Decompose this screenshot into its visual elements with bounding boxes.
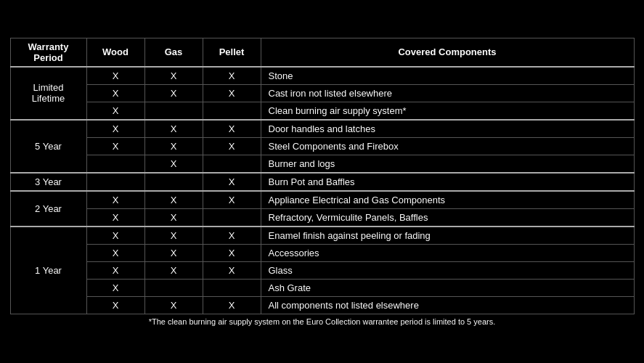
period-cell: 5 Year	[10, 120, 86, 173]
component-cell: Burner and logs	[261, 155, 634, 173]
wood-cell: X	[86, 208, 144, 227]
gas-cell: X	[144, 67, 203, 85]
header-gas: Gas	[144, 38, 203, 67]
gas-cell: X	[144, 120, 203, 138]
wood-cell: X	[86, 296, 144, 314]
pellet-cell: X	[203, 261, 261, 279]
wood-cell	[86, 155, 144, 173]
wood-cell: X	[86, 84, 144, 102]
wood-cell: X	[86, 191, 144, 209]
gas-cell: X	[144, 137, 203, 155]
warranty-table: Warranty Period Wood Gas Pellet Covered …	[10, 38, 635, 314]
gas-cell: X	[144, 296, 203, 314]
header-warranty-period: Warranty Period	[10, 38, 86, 67]
wood-cell: X	[86, 244, 144, 261]
pellet-cell	[203, 208, 261, 227]
gas-cell: X	[144, 208, 203, 227]
wood-cell: X	[86, 120, 144, 138]
pellet-cell: X	[203, 227, 261, 245]
pellet-cell: X	[203, 137, 261, 155]
gas-cell: X	[144, 84, 203, 102]
component-cell: Burn Pot and Baffles	[261, 173, 634, 191]
period-cell: 1 Year	[10, 227, 86, 314]
component-cell: Glass	[261, 261, 634, 279]
wood-cell: X	[86, 67, 144, 85]
pellet-cell: X	[203, 67, 261, 85]
header-wood: Wood	[86, 38, 144, 67]
component-cell: Enamel finish against peeling or fading	[261, 227, 634, 245]
wood-cell: X	[86, 102, 144, 120]
component-cell: Ash Grate	[261, 279, 634, 296]
component-cell: Steel Components and Firebox	[261, 137, 634, 155]
period-cell: Limited Lifetime	[10, 67, 86, 120]
gas-cell	[144, 102, 203, 120]
pellet-cell	[203, 155, 261, 173]
period-cell: 2 Year	[10, 191, 86, 227]
component-cell: Door handles and latches	[261, 120, 634, 138]
period-cell: 3 Year	[10, 173, 86, 191]
pellet-cell: X	[203, 173, 261, 191]
footnote: *The clean burning air supply system on …	[10, 317, 635, 326]
component-cell: All components not listed elsewhere	[261, 296, 634, 314]
header-pellet: Pellet	[203, 38, 261, 67]
component-cell: Stone	[261, 67, 634, 85]
pellet-cell: X	[203, 296, 261, 314]
pellet-cell: X	[203, 84, 261, 102]
pellet-cell: X	[203, 120, 261, 138]
gas-cell: X	[144, 261, 203, 279]
component-cell: Appliance Electrical and Gas Components	[261, 191, 634, 209]
pellet-cell: X	[203, 244, 261, 261]
pellet-cell: X	[203, 191, 261, 209]
wood-cell: X	[86, 137, 144, 155]
component-cell: Accessories	[261, 244, 634, 261]
header-components: Covered Components	[261, 38, 634, 67]
gas-cell: X	[144, 191, 203, 209]
wood-cell: X	[86, 227, 144, 245]
pellet-cell	[203, 102, 261, 120]
component-cell: Cast iron not listed elsewhere	[261, 84, 634, 102]
wood-cell: X	[86, 261, 144, 279]
warranty-table-wrapper: Warranty Period Wood Gas Pellet Covered …	[10, 38, 635, 326]
gas-cell: X	[144, 227, 203, 245]
wood-cell: X	[86, 279, 144, 296]
pellet-cell	[203, 279, 261, 296]
gas-cell: X	[144, 244, 203, 261]
component-cell: Refractory, Vermiculite Panels, Baffles	[261, 208, 634, 227]
wood-cell	[86, 173, 144, 191]
gas-cell	[144, 173, 203, 191]
component-cell: Clean burning air supply system*	[261, 102, 634, 120]
gas-cell	[144, 279, 203, 296]
gas-cell: X	[144, 155, 203, 173]
